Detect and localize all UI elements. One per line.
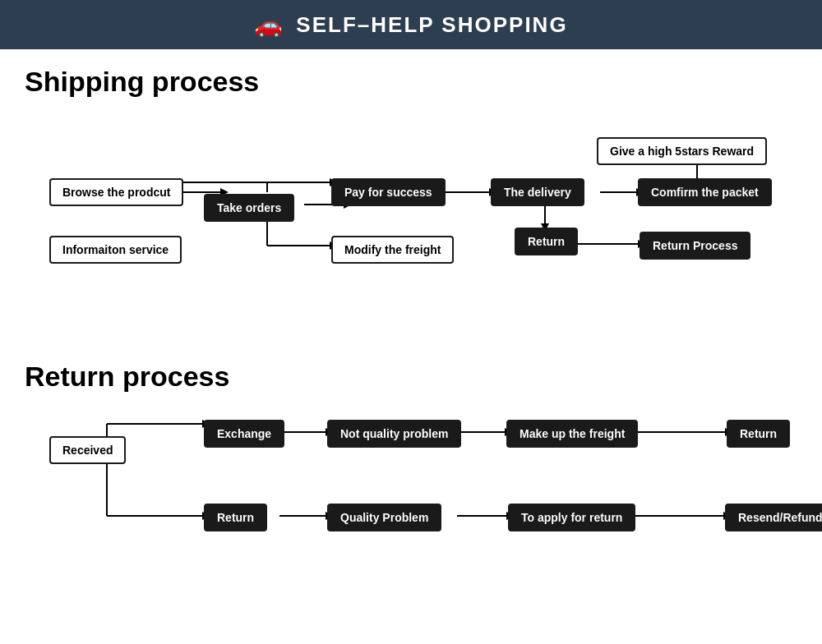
node-info: Informaiton service [49, 236, 182, 264]
node-confirm: Comfirm the packet [638, 178, 772, 206]
node-received: Received [49, 436, 126, 464]
node-pay: Pay for success [331, 178, 446, 206]
node-return-box: Return [515, 228, 578, 255]
node-return-process: Return Process [640, 232, 750, 260]
node-exchange: Exchange [204, 420, 284, 448]
node-reward: Give a high 5stars Reward [597, 137, 767, 165]
node-browse: Browse the prodcut [49, 178, 183, 206]
car-icon: 🚗 [254, 12, 283, 39]
return-section: Return process [25, 361, 797, 590]
node-quality: Quality Problem [327, 504, 441, 531]
return-title: Return process [25, 361, 797, 393]
shipping-section: Shipping process [25, 66, 797, 352]
node-return1: Return [727, 420, 790, 448]
node-delivery: The delivery [491, 178, 584, 206]
main-content: Shipping process [0, 49, 822, 606]
node-resend: Resend/Refund [725, 504, 822, 531]
header: 🚗 SELF–HELP SHOPPING [0, 0, 822, 49]
node-take-orders: Take orders [204, 194, 294, 222]
node-not-quality: Not quality problem [327, 420, 461, 448]
header-title: SELF–HELP SHOPPING [296, 12, 567, 38]
node-apply: To apply for return [508, 504, 635, 531]
shipping-title: Shipping process [25, 66, 797, 98]
node-modify: Modify the freight [331, 236, 454, 264]
shipping-diagram: Browse the prodcut Take orders Pay for s… [25, 114, 797, 352]
node-return2: Return [204, 504, 267, 531]
node-make-up: Make up the freight [506, 420, 638, 448]
return-diagram: Received Exchange Not quality problem Ma… [25, 409, 797, 590]
